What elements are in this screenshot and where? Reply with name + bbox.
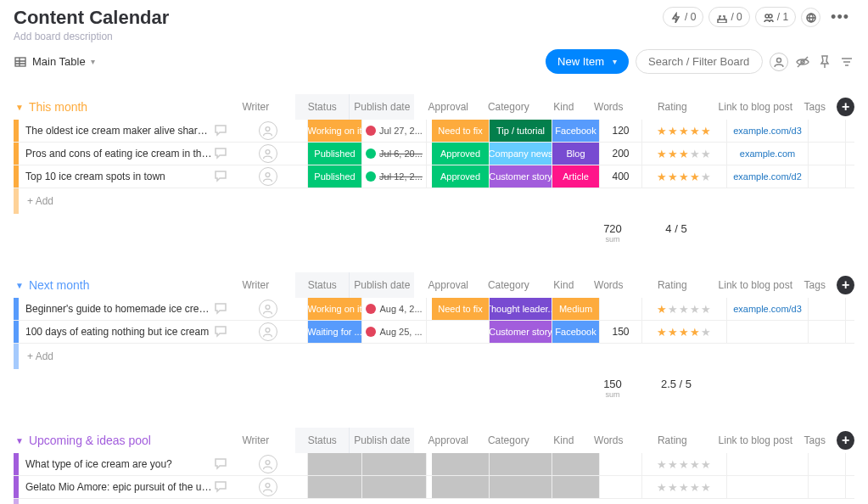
link-cell[interactable]: example.com/d3 bbox=[727, 298, 809, 320]
rating-cell[interactable]: ★★★★★ bbox=[642, 453, 727, 475]
category-cell[interactable]: Tip / tutorial bbox=[490, 120, 552, 142]
date-cell[interactable]: Jul 27, 2... bbox=[362, 120, 427, 142]
words-cell[interactable]: 120 bbox=[600, 120, 642, 142]
table-row[interactable]: What type of ice cream are you? ★★★★★ bbox=[14, 453, 854, 476]
table-row[interactable]: The oldest ice cream maker alive shares … bbox=[14, 120, 854, 143]
col-writer[interactable]: Writer bbox=[216, 272, 295, 298]
avatar-placeholder[interactable] bbox=[259, 167, 277, 186]
category-cell[interactable]: Company news bbox=[490, 143, 552, 165]
col-tags[interactable]: Tags bbox=[796, 94, 833, 120]
kind-cell[interactable]: Article bbox=[552, 165, 600, 188]
col-kind[interactable]: Kind bbox=[540, 94, 587, 120]
link-cell[interactable] bbox=[727, 321, 809, 343]
date-cell[interactable]: Jul 6, 20... bbox=[362, 143, 427, 165]
words-cell[interactable]: 150 bbox=[600, 321, 642, 343]
date-cell[interactable]: Aug 25, ... bbox=[362, 321, 427, 343]
col-category[interactable]: Category bbox=[477, 94, 540, 120]
add-column-button[interactable]: + bbox=[837, 276, 854, 294]
col-status[interactable]: Status bbox=[295, 272, 350, 298]
tags-cell[interactable] bbox=[809, 298, 846, 320]
rating-cell[interactable]: ★★★★★ bbox=[642, 143, 727, 165]
pin-icon[interactable] bbox=[817, 54, 832, 70]
approval-cell[interactable]: Approved bbox=[432, 165, 490, 188]
tags-cell[interactable] bbox=[809, 321, 846, 343]
filter-icon[interactable] bbox=[839, 54, 854, 70]
status-cell[interactable]: Published bbox=[308, 165, 362, 188]
search-input[interactable] bbox=[636, 49, 763, 74]
comment-icon[interactable] bbox=[213, 456, 228, 472]
add-item-row[interactable]: + Add bbox=[14, 188, 854, 214]
tags-cell[interactable] bbox=[809, 120, 846, 142]
writer-cell[interactable] bbox=[228, 453, 308, 475]
link-cell[interactable]: example.com/d2 bbox=[727, 165, 809, 188]
item-name[interactable]: The oldest ice cream maker alive shares … bbox=[19, 125, 213, 137]
tags-cell[interactable] bbox=[809, 165, 846, 188]
approval-cell[interactable] bbox=[432, 321, 490, 343]
comment-icon[interactable] bbox=[213, 123, 228, 138]
date-cell[interactable]: Aug 4, 2... bbox=[362, 298, 427, 320]
words-cell[interactable] bbox=[600, 476, 642, 498]
comment-icon[interactable] bbox=[213, 479, 228, 495]
writer-cell[interactable] bbox=[228, 143, 308, 165]
item-name[interactable]: Pros and cons of eating ice cream in the… bbox=[19, 148, 213, 160]
integrations-badge[interactable]: / 0 bbox=[708, 7, 749, 27]
avatar-placeholder[interactable] bbox=[259, 300, 277, 318]
words-cell[interactable] bbox=[600, 298, 642, 320]
rating-cell[interactable]: ★★★★★ bbox=[642, 298, 727, 320]
col-category[interactable]: Category bbox=[477, 272, 540, 298]
group-title[interactable]: ▼ Next month bbox=[14, 278, 216, 292]
status-cell[interactable]: Working on it bbox=[308, 298, 362, 320]
date-cell[interactable] bbox=[362, 453, 427, 475]
category-cell[interactable] bbox=[490, 453, 552, 475]
col-link[interactable]: Link to blog post bbox=[714, 272, 796, 298]
group-title[interactable]: ▼ This month bbox=[14, 100, 216, 114]
col-words[interactable]: Words bbox=[587, 428, 630, 453]
comment-icon[interactable] bbox=[213, 301, 228, 316]
category-cell[interactable]: Customer story bbox=[490, 321, 552, 343]
link-cell[interactable]: example.com bbox=[727, 143, 809, 165]
table-row[interactable]: Pros and cons of eating ice cream in the… bbox=[14, 143, 854, 165]
rating-cell[interactable]: ★★★★★ bbox=[642, 120, 727, 142]
writer-cell[interactable] bbox=[228, 476, 308, 498]
col-approval[interactable]: Approval bbox=[419, 428, 477, 453]
approval-cell[interactable]: Need to fix bbox=[432, 298, 490, 320]
col-rating[interactable]: Rating bbox=[630, 272, 714, 298]
category-cell[interactable]: Customer story bbox=[490, 165, 552, 188]
col-approval[interactable]: Approval bbox=[419, 272, 477, 298]
person-filter-icon[interactable] bbox=[770, 53, 788, 71]
comment-icon[interactable] bbox=[213, 324, 228, 339]
avatar-placeholder[interactable] bbox=[259, 144, 277, 163]
date-cell[interactable] bbox=[362, 476, 427, 498]
kind-cell[interactable]: Blog bbox=[552, 143, 600, 165]
avatar-placeholder[interactable] bbox=[259, 121, 277, 140]
col-tags[interactable]: Tags bbox=[796, 272, 833, 298]
table-row[interactable]: 100 days of eating nothing but ice cream… bbox=[14, 321, 854, 344]
col-link[interactable]: Link to blog post bbox=[714, 94, 796, 120]
words-cell[interactable]: 200 bbox=[600, 143, 642, 165]
writer-cell[interactable] bbox=[228, 298, 308, 320]
col-publish-date[interactable]: Publish date bbox=[350, 272, 414, 298]
approval-cell[interactable]: Approved bbox=[432, 143, 490, 165]
table-row[interactable]: Top 10 ice cream spots in town Published… bbox=[14, 165, 854, 188]
status-cell[interactable] bbox=[308, 453, 362, 475]
col-words[interactable]: Words bbox=[587, 94, 630, 120]
tags-cell[interactable] bbox=[809, 453, 846, 475]
table-row[interactable]: Gelato Mio Amore: epic pursuit of the ul… bbox=[14, 476, 854, 499]
words-cell[interactable] bbox=[600, 453, 642, 475]
avatar-placeholder[interactable] bbox=[259, 455, 277, 473]
status-cell[interactable]: Published bbox=[308, 143, 362, 165]
col-approval[interactable]: Approval bbox=[419, 94, 477, 120]
kind-cell[interactable] bbox=[552, 476, 600, 498]
item-name[interactable]: Beginner's guide to homemade ice cream bbox=[19, 303, 213, 315]
table-row[interactable]: Beginner's guide to homemade ice cream W… bbox=[14, 298, 854, 321]
kind-cell[interactable]: Medium bbox=[552, 298, 600, 320]
group-title[interactable]: ▼ Upcoming & ideas pool bbox=[14, 434, 216, 447]
comment-icon[interactable] bbox=[213, 146, 228, 161]
approval-cell[interactable]: Need to fix bbox=[432, 120, 490, 142]
category-cell[interactable]: Thought leader... bbox=[490, 298, 552, 320]
col-rating[interactable]: Rating bbox=[630, 94, 714, 120]
view-switcher[interactable]: Main Table ▾ bbox=[14, 55, 95, 69]
col-writer[interactable]: Writer bbox=[216, 428, 295, 453]
col-kind[interactable]: Kind bbox=[540, 272, 587, 298]
col-writer[interactable]: Writer bbox=[216, 94, 295, 120]
